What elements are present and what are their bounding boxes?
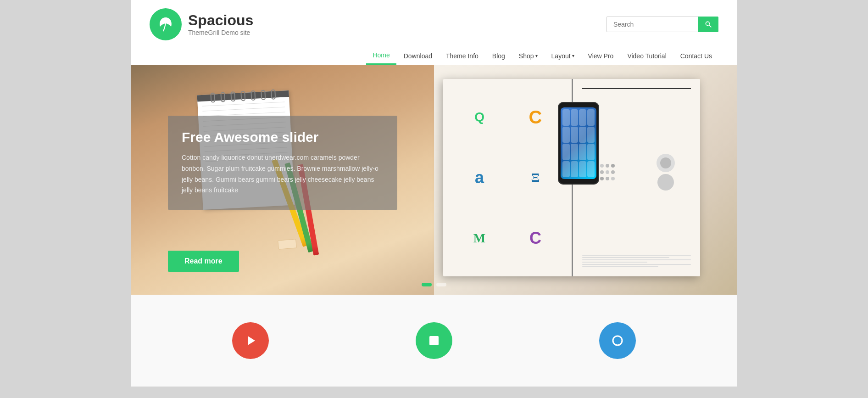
hero-overlay: Free Awesome slider Cotton candy liquori… — [168, 116, 397, 210]
circle-big — [657, 154, 675, 172]
ring-5 — [250, 90, 256, 101]
dot — [600, 170, 604, 174]
text-line — [582, 266, 658, 267]
nav-item-view-pro[interactable]: View Pro — [582, 48, 620, 64]
dot — [606, 170, 609, 174]
nav-item-video-tutorial[interactable]: Video Tutorial — [621, 48, 673, 64]
app-icon-8 — [587, 127, 595, 143]
app-icon-13 — [562, 161, 570, 178]
app-icon-14 — [571, 161, 578, 178]
dot — [611, 170, 615, 174]
layout-dropdown-icon: ▾ — [572, 53, 574, 58]
dot — [606, 164, 609, 168]
book-logo-quark: Q — [453, 88, 506, 146]
play-icon — [242, 332, 259, 349]
bottom-block-1 — [159, 313, 342, 368]
search-button[interactable] — [698, 17, 718, 32]
eraser-decoration — [278, 239, 297, 249]
main-nav: Home Download Theme Info Blog Shop ▾ Lay… — [150, 47, 718, 65]
dot-row — [600, 177, 615, 180]
hero-section: Q C a Ξ M C — [131, 65, 737, 295]
ring-4 — [240, 91, 245, 101]
search-icon — [705, 21, 712, 28]
notepad-line-2 — [202, 107, 285, 111]
circle-icon — [609, 332, 626, 349]
svg-rect-3 — [429, 336, 439, 345]
dot — [600, 177, 604, 180]
book-text-lines — [582, 255, 691, 267]
nav-item-blog[interactable]: Blog — [486, 48, 512, 64]
slider-dot-2[interactable] — [436, 283, 446, 286]
phone-decoration — [558, 102, 599, 185]
bottom-block-3 — [526, 313, 709, 368]
app-icon-6 — [571, 127, 578, 143]
search-area — [606, 17, 718, 32]
read-more-button[interactable]: Read more — [168, 251, 239, 272]
book-line — [582, 88, 691, 89]
ring-1 — [210, 92, 215, 102]
book-logo-e: Ξ — [509, 149, 562, 207]
svg-point-4 — [613, 336, 622, 345]
app-icon-12 — [587, 144, 595, 160]
bottom-block-2 — [342, 313, 526, 368]
ring-2 — [220, 92, 225, 102]
nav-item-home[interactable]: Home — [366, 47, 396, 65]
text-line — [582, 255, 691, 256]
dot — [600, 164, 604, 168]
app-icon-11 — [579, 144, 586, 160]
book-logo-m: M — [453, 209, 506, 267]
book-logo-a: a — [453, 149, 506, 207]
text-line — [582, 262, 647, 263]
bottom-icon-green — [416, 322, 452, 359]
search-input[interactable] — [606, 17, 698, 32]
dot — [606, 177, 609, 180]
text-line — [582, 264, 691, 265]
app-icon-10 — [571, 144, 578, 160]
circle-2 — [657, 174, 674, 191]
ring-3 — [230, 91, 235, 101]
book-logo-c-purple: C — [509, 209, 562, 267]
app-icon-9 — [562, 144, 570, 160]
book-logo-c-orange: C — [509, 88, 562, 146]
square-icon — [426, 332, 442, 349]
app-icon-2 — [571, 109, 578, 126]
header-top: Spacious ThemeGrill Demo site — [150, 8, 718, 47]
nav-item-download[interactable]: Download — [397, 48, 439, 64]
nav-item-layout[interactable]: Layout ▾ — [545, 48, 581, 64]
leaf-icon — [156, 15, 175, 34]
logo-area[interactable]: Spacious ThemeGrill Demo site — [150, 8, 253, 40]
nav-item-contact-us[interactable]: Contact Us — [674, 48, 718, 64]
ring-7 — [271, 89, 276, 99]
slider-dot-1[interactable] — [422, 283, 432, 286]
site-logo — [150, 8, 182, 40]
nav-item-shop[interactable]: Shop ▾ — [512, 48, 544, 64]
dot-row — [600, 164, 615, 168]
svg-line-1 — [709, 25, 712, 28]
header: Spacious ThemeGrill Demo site Home Downl… — [131, 0, 737, 65]
app-icon-5 — [562, 127, 570, 143]
site-tagline: ThemeGrill Demo site — [188, 29, 253, 36]
hero-description: Cotton candy liquorice donut unerdwear.c… — [182, 152, 384, 196]
phone-screen — [561, 107, 596, 179]
dot-row — [600, 170, 615, 174]
dot — [611, 177, 615, 180]
hero-title: Free Awesome slider — [182, 129, 384, 145]
logo-text: Spacious ThemeGrill Demo site — [188, 12, 253, 36]
svg-point-0 — [706, 22, 709, 25]
app-icon-16 — [587, 161, 595, 178]
nav-item-theme-info[interactable]: Theme Info — [440, 48, 485, 64]
app-icon-1 — [562, 109, 570, 126]
text-line — [582, 257, 669, 258]
bottom-icon-blue — [599, 322, 636, 359]
bottom-icon-red — [232, 322, 269, 359]
ring-6 — [261, 90, 266, 100]
app-icon-4 — [587, 109, 595, 126]
shop-dropdown-icon: ▾ — [535, 53, 538, 58]
app-icon-15 — [579, 161, 586, 178]
bottom-section — [131, 295, 737, 387]
book-logos: Q C a Ξ M C — [448, 84, 567, 272]
dot-group-2 — [640, 96, 691, 247]
svg-marker-2 — [248, 336, 255, 345]
slider-dots — [422, 283, 446, 286]
text-line — [582, 259, 691, 260]
